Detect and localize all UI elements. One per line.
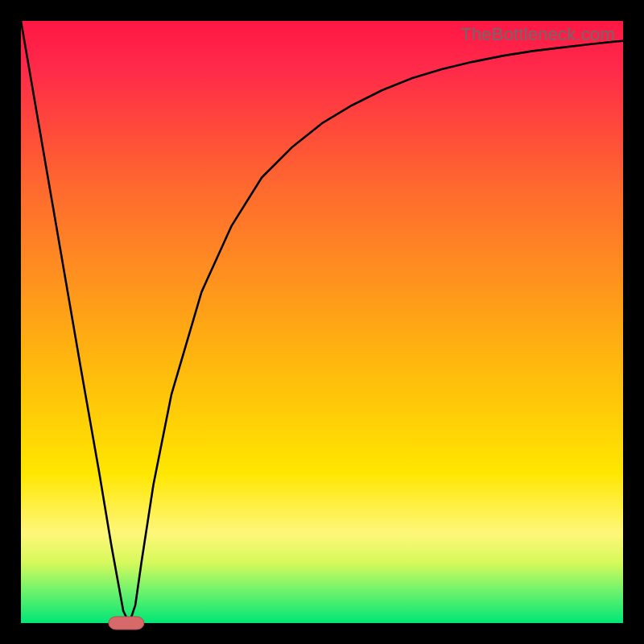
- curve-svg: [21, 21, 623, 623]
- chart-frame: TheBottleneck.com: [0, 0, 644, 644]
- bottleneck-curve: [21, 21, 623, 623]
- minimum-marker: [109, 617, 144, 630]
- plot-area: TheBottleneck.com: [21, 21, 623, 623]
